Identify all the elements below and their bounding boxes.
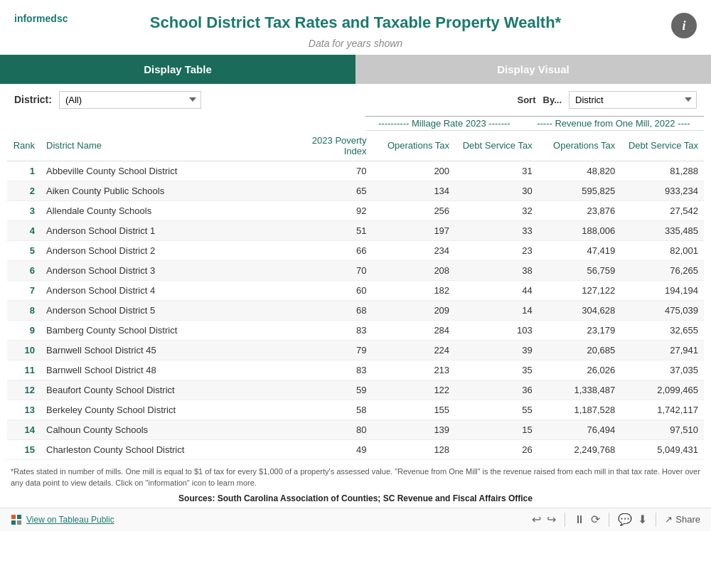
cell-poverty: 59 (289, 380, 373, 400)
tableau-right: ↩ ↪ ⏸ ⟳ 💬 ⬇ ↗ Share (532, 513, 700, 527)
svg-rect-1 (17, 515, 21, 519)
cell-debt-tax: 38 (455, 260, 538, 280)
cell-debt-tax: 35 (455, 360, 538, 380)
cell-debt-tax: 26 (455, 439, 538, 459)
undo-icon[interactable]: ↩ (532, 513, 541, 526)
cell-name: Aiken County Public Schools (41, 181, 289, 201)
table-row: 14Calhoun County Schools801391576,49497,… (7, 419, 704, 439)
table-row: 7Anderson School District 46018244127,12… (7, 280, 704, 300)
cell-ops-rev: 56,759 (538, 260, 621, 280)
footer-note: *Rates stated in number of mills. One mi… (0, 460, 711, 492)
tableau-left: View on Tableau Public (11, 514, 114, 525)
cell-ops-tax: 128 (372, 439, 455, 459)
logo-text: informedsc (14, 13, 68, 24)
cell-debt-tax: 15 (455, 419, 538, 439)
cell-debt-rev: 97,510 (621, 419, 704, 439)
cell-ops-tax: 209 (372, 300, 455, 320)
cell-name: Bamberg County School District (41, 320, 289, 340)
cell-debt-rev: 82,001 (621, 240, 704, 260)
toolbar-divider-1 (565, 513, 565, 527)
pause-icon[interactable]: ⏸ (574, 513, 585, 526)
cell-debt-rev: 27,941 (621, 340, 704, 360)
cell-ops-rev: 127,122 (538, 280, 621, 300)
cell-debt-tax: 44 (455, 280, 538, 300)
cell-rank: 14 (7, 419, 41, 439)
cell-ops-rev: 20,685 (538, 340, 621, 360)
info-icon[interactable]: i (671, 13, 697, 38)
cell-ops-rev: 1,187,528 (538, 400, 621, 419)
cell-name: Anderson School District 2 (41, 240, 289, 260)
cell-ops-tax: 208 (372, 260, 455, 280)
cell-ops-rev: 2,249,768 (538, 439, 621, 459)
cell-ops-tax: 122 (372, 380, 455, 400)
comment-icon[interactable]: 💬 (618, 513, 632, 526)
svg-rect-3 (17, 520, 21, 525)
footer-note-text: *Rates stated in number of mills. One mi… (11, 467, 700, 488)
cell-debt-tax: 32 (455, 201, 538, 220)
cell-debt-rev: 1,742,117 (621, 400, 704, 419)
cell-name: Barnwell School District 45 (41, 340, 289, 360)
cell-ops-tax: 155 (372, 400, 455, 419)
cell-rank: 10 (7, 340, 41, 360)
cell-poverty: 65 (289, 181, 373, 201)
table-row: 9Bamberg County School District832841032… (7, 320, 704, 340)
cell-ops-tax: 200 (372, 161, 455, 181)
cell-debt-tax: 14 (455, 300, 538, 320)
cell-rank: 8 (7, 300, 41, 320)
col-debt-service-tax-millage: Debt Service Tax (455, 131, 538, 161)
cell-rank: 11 (7, 360, 41, 380)
table-header-row: Rank District Name 2023 Poverty Index Op… (7, 131, 704, 161)
cell-name: Charleston County School District (41, 439, 289, 459)
share-icon: ↗ (665, 514, 673, 525)
share-label: Share (675, 514, 700, 525)
cell-rank: 13 (7, 400, 41, 419)
cell-debt-rev: 5,049,431 (621, 439, 704, 459)
table-body: 1Abbeville County School District7020031… (7, 161, 704, 459)
district-filter-label: District: (14, 94, 52, 105)
cell-ops-tax: 234 (372, 240, 455, 260)
data-table-wrapper: Rank District Name 2023 Poverty Index Op… (0, 131, 711, 460)
footer-sources: Sources: South Carolina Association of C… (0, 492, 711, 508)
cell-debt-rev: 37,035 (621, 360, 704, 380)
cell-debt-tax: 31 (455, 161, 538, 181)
cell-ops-rev: 23,876 (538, 201, 621, 220)
cell-poverty: 58 (289, 400, 373, 419)
view-on-tableau-link[interactable]: View on Tableau Public (26, 515, 114, 525)
cell-debt-rev: 81,288 (621, 161, 704, 181)
cell-ops-tax: 224 (372, 340, 455, 360)
cell-rank: 4 (7, 220, 41, 240)
cell-name: Berkeley County School District (41, 400, 289, 419)
data-table: Rank District Name 2023 Poverty Index Op… (7, 131, 704, 460)
cell-debt-rev: 27,542 (621, 201, 704, 220)
revenue-group-label: ----- Revenue from One Mill, 2022 ---- (523, 116, 704, 130)
district-filter-select[interactable]: (All) (59, 91, 201, 109)
cell-ops-rev: 23,179 (538, 320, 621, 340)
page-subtitle: Data for years shown (14, 38, 697, 49)
sort-select[interactable]: District Rank Poverty Index Operations T… (569, 91, 697, 109)
cell-rank: 5 (7, 240, 41, 260)
table-row: 15Charleston County School District49128… (7, 439, 704, 459)
col-rank: Rank (7, 131, 41, 161)
table-row: 11Barnwell School District 48832133526,0… (7, 360, 704, 380)
redo-icon[interactable]: ↪ (547, 513, 556, 526)
col-poverty-index: 2023 Poverty Index (289, 131, 373, 161)
cell-ops-tax: 182 (372, 280, 455, 300)
millage-group-label: ---------- Millage Rate 2023 ------- (365, 116, 523, 130)
cell-poverty: 66 (289, 240, 373, 260)
cell-rank: 15 (7, 439, 41, 459)
tab-display-table[interactable]: Display Table (0, 55, 356, 84)
col-debt-service-tax-revenue: Debt Service Tax (621, 131, 704, 161)
cell-debt-rev: 475,039 (621, 300, 704, 320)
refresh-icon[interactable]: ⟳ (591, 513, 600, 526)
share-button[interactable]: ↗ Share (665, 514, 700, 525)
cell-poverty: 60 (289, 280, 373, 300)
tab-display-visual[interactable]: Display Visual (356, 55, 711, 84)
col-district-name: District Name (41, 131, 289, 161)
cell-ops-rev: 1,338,487 (538, 380, 621, 400)
cell-ops-rev: 595,825 (538, 181, 621, 201)
download-icon[interactable]: ⬇ (638, 513, 647, 526)
table-row: 6Anderson School District 3702083856,759… (7, 260, 704, 280)
cell-name: Anderson School District 1 (41, 220, 289, 240)
cell-ops-rev: 26,026 (538, 360, 621, 380)
cell-debt-tax: 23 (455, 240, 538, 260)
